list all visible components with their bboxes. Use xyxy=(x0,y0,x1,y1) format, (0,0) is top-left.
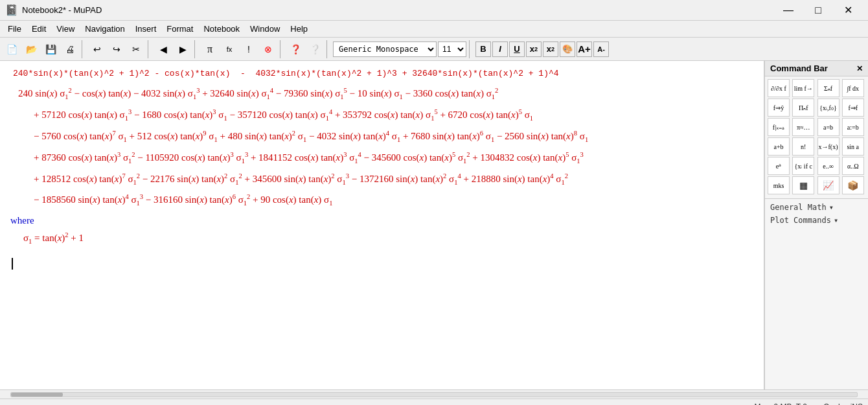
new-button[interactable]: 📄 xyxy=(3,40,21,58)
cb-product[interactable]: Πₙf xyxy=(792,98,814,117)
redo-button[interactable]: ↪ xyxy=(108,40,126,58)
cb-set[interactable]: {xᵢ,f₀} xyxy=(817,98,839,117)
cb-3d[interactable]: 📦 xyxy=(842,176,864,194)
main-area: 240*sin(x)*(tan(x)^2 + 1)^2 - cos(x)*tan… xyxy=(0,61,868,389)
cb-exp[interactable]: eᵃ xyxy=(768,157,790,175)
cb-add[interactable]: a+b xyxy=(768,137,790,156)
size-selector[interactable]: 11 12 14 xyxy=(438,41,466,57)
undo-button[interactable]: ↩ xyxy=(88,40,106,58)
func-button[interactable]: fx xyxy=(220,40,238,58)
close-button[interactable]: ✕ xyxy=(833,0,863,21)
cb-map[interactable]: x→f(x) xyxy=(817,137,839,156)
cb-plot-commands[interactable]: Plot Commands ▾ xyxy=(765,213,868,226)
commandbar-title: Command Bar xyxy=(770,64,828,73)
menu-item-insert[interactable]: Insert xyxy=(130,22,162,36)
hscroll-track[interactable] xyxy=(10,392,858,397)
cb-factorial[interactable]: n! xyxy=(792,137,814,156)
app-icon: 📓 xyxy=(5,4,18,16)
cb-cond[interactable]: {xᵢ if c xyxy=(792,157,814,175)
menu-item-navigation[interactable]: Navigation xyxy=(80,22,130,36)
maximize-button[interactable]: □ xyxy=(803,0,833,21)
statusbar: Mem 9 MB, T 0 s Cmd iNS xyxy=(0,399,868,405)
cb-eval[interactable]: f|ₓ₌ₐ xyxy=(768,118,790,136)
pi-button[interactable]: π xyxy=(201,40,219,58)
cb-general-math[interactable]: General Math ▾ xyxy=(765,200,868,213)
commandbar-close[interactable]: ✕ xyxy=(856,64,863,73)
back-button[interactable]: ◀ xyxy=(154,40,172,58)
subscript-button[interactable]: x2 xyxy=(526,41,542,57)
color-button[interactable]: 🎨 xyxy=(560,41,575,57)
menu-item-file[interactable]: File xyxy=(3,22,27,36)
cb-general-math-arrow: ▾ xyxy=(829,203,834,212)
menu-item-notebook[interactable]: Notebook xyxy=(198,22,245,36)
where-label: where xyxy=(10,215,753,226)
output-line-2: + 57120 cos(x) tan(x) σ13 − 1680 cos(x) … xyxy=(34,106,753,125)
cb-sin[interactable]: sin a xyxy=(842,137,864,156)
decrease-font-button[interactable]: A- xyxy=(593,41,609,57)
output-line-1: 240 sin(x) σ12 − cos(x) tan(x) − 4032 si… xyxy=(18,85,753,104)
cb-arrow2[interactable]: f⇒f xyxy=(842,98,864,117)
cb-integral[interactable]: ∫f dx xyxy=(842,79,864,97)
open-button[interactable]: 📂 xyxy=(22,40,40,58)
help-button[interactable]: ❓ xyxy=(286,40,304,58)
increase-font-button[interactable]: A+ xyxy=(577,41,592,57)
sigma-definition: σ1 = tan(x)2 + 1 xyxy=(23,231,753,245)
cb-partial-deriv[interactable]: ∂/∂x f xyxy=(768,79,790,97)
menu-item-window[interactable]: Window xyxy=(245,22,285,36)
input-line: 240*sin(x)*(tan(x)^2 + 1)^2 - cos(x)*tan… xyxy=(10,67,753,80)
horizontal-scrollbar[interactable] xyxy=(0,389,868,399)
status-ins: iNS xyxy=(851,402,863,406)
cursor-area[interactable] xyxy=(10,258,753,270)
output-line-5: + 128512 cos(x) tan(x)7 σ12 − 22176 sin(… xyxy=(34,170,753,189)
cb-plot-commands-arrow: ▾ xyxy=(834,216,838,225)
cb-plot-commands-label: Plot Commands xyxy=(770,216,831,225)
cb-limit[interactable]: lim f→ xyxy=(792,79,814,97)
save-button[interactable]: 💾 xyxy=(41,40,60,58)
help2-button[interactable]: ❔ xyxy=(306,40,324,58)
cb-plot[interactable]: 📈 xyxy=(817,176,839,194)
menu-item-edit[interactable]: Edit xyxy=(27,22,51,36)
fwd-button[interactable]: ▶ xyxy=(174,40,192,58)
minimize-button[interactable]: — xyxy=(773,0,803,21)
italic-button[interactable]: I xyxy=(492,41,508,57)
cb-table[interactable]: ▦ xyxy=(792,176,814,194)
font-selector[interactable]: Generic Monospace xyxy=(333,41,437,57)
cut-button[interactable]: ✂ xyxy=(127,40,145,58)
cb-range2[interactable]: α..Ω xyxy=(842,157,864,175)
cb-approx[interactable]: π≈… xyxy=(792,118,814,136)
output-line-3: − 5760 cos(x) tan(x)7 σ1 + 512 cos(x) ta… xyxy=(34,128,753,146)
cb-range1[interactable]: e..∞ xyxy=(817,157,839,175)
cb-divider-1 xyxy=(765,198,868,199)
window-title: Notebook2* - MuPAD xyxy=(22,5,773,15)
status-mem: Mem 9 MB, T 0 s xyxy=(754,402,813,406)
commandbar-header: Command Bar ✕ xyxy=(765,61,868,76)
cb-assign[interactable]: a:=b xyxy=(842,118,864,136)
output-line-6: − 1858560 sin(x) tan(x)4 σ13 − 316160 si… xyxy=(34,191,753,210)
titlebar: 📓 Notebook2* - MuPAD — □ ✕ xyxy=(0,0,868,21)
cb-mks[interactable]: mks xyxy=(768,176,790,194)
bold-button[interactable]: B xyxy=(475,41,491,57)
text-cursor xyxy=(12,258,13,270)
menu-item-help[interactable]: Help xyxy=(285,22,313,36)
cb-general-math-label: General Math xyxy=(770,203,827,212)
print-button[interactable]: 🖨 xyxy=(61,40,79,58)
superscript-button[interactable]: x2 xyxy=(543,41,558,57)
stop-button[interactable]: ⊗ xyxy=(259,40,277,58)
toolbar: 📄 📂 💾 🖨 ↩ ↪ ✂ ◀ ▶ π fx ! ⊗ ❓ ❔ Generic M… xyxy=(0,38,868,61)
hscroll-thumb[interactable] xyxy=(11,393,63,397)
cb-sum[interactable]: Σₙf xyxy=(817,79,839,97)
mark-button[interactable]: ! xyxy=(240,40,258,58)
output-line-4: + 87360 cos(x) tan(x)3 σ12 − 1105920 cos… xyxy=(34,149,753,168)
cb-eq[interactable]: a=b xyxy=(817,118,839,136)
command-bar: Command Bar ✕ ∂/∂x f lim f→ Σₙf ∫f dx f⇒… xyxy=(764,61,868,389)
menubar: FileEditViewNavigationInsertFormatNotebo… xyxy=(0,21,868,38)
status-cmd: Cmd xyxy=(823,402,839,406)
notebook-area[interactable]: 240*sin(x)*(tan(x)^2 + 1)^2 - cos(x)*tan… xyxy=(0,61,764,389)
underline-button[interactable]: U xyxy=(509,41,525,57)
menu-item-format[interactable]: Format xyxy=(161,22,198,36)
cb-arrow1[interactable]: f⇒ŷ xyxy=(768,98,790,117)
menu-item-view[interactable]: View xyxy=(51,22,80,36)
commandbar-grid: ∂/∂x f lim f→ Σₙf ∫f dx f⇒ŷ Πₙf {xᵢ,f₀} … xyxy=(765,76,868,197)
